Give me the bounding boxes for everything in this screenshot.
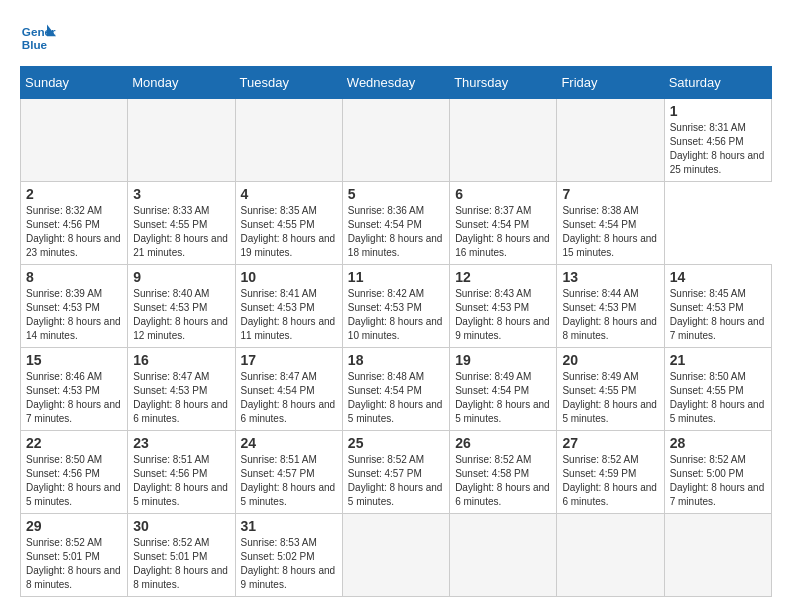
calendar-cell — [557, 514, 664, 597]
day-number: 3 — [133, 186, 229, 202]
day-info: Sunrise: 8:44 AMSunset: 4:53 PMDaylight:… — [562, 288, 657, 341]
day-info: Sunrise: 8:49 AMSunset: 4:54 PMDaylight:… — [455, 371, 550, 424]
calendar-cell — [342, 514, 449, 597]
day-info: Sunrise: 8:47 AMSunset: 4:53 PMDaylight:… — [133, 371, 228, 424]
calendar-cell: 28 Sunrise: 8:52 AMSunset: 5:00 PMDaylig… — [664, 431, 771, 514]
day-info: Sunrise: 8:53 AMSunset: 5:02 PMDaylight:… — [241, 537, 336, 590]
calendar-cell: 18 Sunrise: 8:48 AMSunset: 4:54 PMDaylig… — [342, 348, 449, 431]
calendar-cell: 12 Sunrise: 8:43 AMSunset: 4:53 PMDaylig… — [450, 265, 557, 348]
calendar-week-row: 29 Sunrise: 8:52 AMSunset: 5:01 PMDaylig… — [21, 514, 772, 597]
calendar-cell: 22 Sunrise: 8:50 AMSunset: 4:56 PMDaylig… — [21, 431, 128, 514]
calendar-cell: 23 Sunrise: 8:51 AMSunset: 4:56 PMDaylig… — [128, 431, 235, 514]
day-info: Sunrise: 8:40 AMSunset: 4:53 PMDaylight:… — [133, 288, 228, 341]
day-number: 26 — [455, 435, 551, 451]
calendar-cell — [664, 514, 771, 597]
day-number: 18 — [348, 352, 444, 368]
day-info: Sunrise: 8:50 AMSunset: 4:56 PMDaylight:… — [26, 454, 121, 507]
day-number: 17 — [241, 352, 337, 368]
day-number: 12 — [455, 269, 551, 285]
calendar-week-row: 1 Sunrise: 8:31 AMSunset: 4:56 PMDayligh… — [21, 99, 772, 182]
day-number: 13 — [562, 269, 658, 285]
day-info: Sunrise: 8:33 AMSunset: 4:55 PMDaylight:… — [133, 205, 228, 258]
day-number: 1 — [670, 103, 766, 119]
svg-text:Blue: Blue — [22, 38, 48, 51]
day-number: 5 — [348, 186, 444, 202]
day-number: 19 — [455, 352, 551, 368]
day-info: Sunrise: 8:52 AMSunset: 5:01 PMDaylight:… — [133, 537, 228, 590]
calendar-cell: 30 Sunrise: 8:52 AMSunset: 5:01 PMDaylig… — [128, 514, 235, 597]
calendar-cell — [21, 99, 128, 182]
day-info: Sunrise: 8:51 AMSunset: 4:56 PMDaylight:… — [133, 454, 228, 507]
day-info: Sunrise: 8:45 AMSunset: 4:53 PMDaylight:… — [670, 288, 765, 341]
day-number: 20 — [562, 352, 658, 368]
col-header-sunday: Sunday — [21, 67, 128, 99]
day-number: 8 — [26, 269, 122, 285]
day-info: Sunrise: 8:52 AMSunset: 5:01 PMDaylight:… — [26, 537, 121, 590]
logo: General Blue — [20, 20, 62, 56]
calendar-week-row: 22 Sunrise: 8:50 AMSunset: 4:56 PMDaylig… — [21, 431, 772, 514]
calendar-week-row: 2 Sunrise: 8:32 AMSunset: 4:56 PMDayligh… — [21, 182, 772, 265]
calendar-cell — [450, 99, 557, 182]
calendar-cell — [235, 99, 342, 182]
day-number: 7 — [562, 186, 658, 202]
day-info: Sunrise: 8:52 AMSunset: 4:58 PMDaylight:… — [455, 454, 550, 507]
day-info: Sunrise: 8:48 AMSunset: 4:54 PMDaylight:… — [348, 371, 443, 424]
day-number: 14 — [670, 269, 766, 285]
day-number: 29 — [26, 518, 122, 534]
day-info: Sunrise: 8:39 AMSunset: 4:53 PMDaylight:… — [26, 288, 121, 341]
day-number: 28 — [670, 435, 766, 451]
calendar-cell: 13 Sunrise: 8:44 AMSunset: 4:53 PMDaylig… — [557, 265, 664, 348]
calendar-cell: 17 Sunrise: 8:47 AMSunset: 4:54 PMDaylig… — [235, 348, 342, 431]
day-number: 9 — [133, 269, 229, 285]
calendar-cell — [342, 99, 449, 182]
day-number: 21 — [670, 352, 766, 368]
calendar-cell: 5 Sunrise: 8:36 AMSunset: 4:54 PMDayligh… — [342, 182, 449, 265]
day-number: 2 — [26, 186, 122, 202]
day-info: Sunrise: 8:41 AMSunset: 4:53 PMDaylight:… — [241, 288, 336, 341]
day-number: 25 — [348, 435, 444, 451]
calendar-week-row: 8 Sunrise: 8:39 AMSunset: 4:53 PMDayligh… — [21, 265, 772, 348]
calendar-cell: 3 Sunrise: 8:33 AMSunset: 4:55 PMDayligh… — [128, 182, 235, 265]
calendar-cell: 25 Sunrise: 8:52 AMSunset: 4:57 PMDaylig… — [342, 431, 449, 514]
col-header-monday: Monday — [128, 67, 235, 99]
calendar-cell: 26 Sunrise: 8:52 AMSunset: 4:58 PMDaylig… — [450, 431, 557, 514]
calendar-header-row: SundayMondayTuesdayWednesdayThursdayFrid… — [21, 67, 772, 99]
day-number: 23 — [133, 435, 229, 451]
day-info: Sunrise: 8:35 AMSunset: 4:55 PMDaylight:… — [241, 205, 336, 258]
day-number: 27 — [562, 435, 658, 451]
calendar-cell: 2 Sunrise: 8:32 AMSunset: 4:56 PMDayligh… — [21, 182, 128, 265]
day-info: Sunrise: 8:46 AMSunset: 4:53 PMDaylight:… — [26, 371, 121, 424]
calendar-cell: 14 Sunrise: 8:45 AMSunset: 4:53 PMDaylig… — [664, 265, 771, 348]
calendar-cell: 11 Sunrise: 8:42 AMSunset: 4:53 PMDaylig… — [342, 265, 449, 348]
day-info: Sunrise: 8:31 AMSunset: 4:56 PMDaylight:… — [670, 122, 765, 175]
calendar-cell — [450, 514, 557, 597]
day-info: Sunrise: 8:32 AMSunset: 4:56 PMDaylight:… — [26, 205, 121, 258]
day-info: Sunrise: 8:52 AMSunset: 4:57 PMDaylight:… — [348, 454, 443, 507]
calendar-cell: 8 Sunrise: 8:39 AMSunset: 4:53 PMDayligh… — [21, 265, 128, 348]
calendar-cell: 16 Sunrise: 8:47 AMSunset: 4:53 PMDaylig… — [128, 348, 235, 431]
col-header-wednesday: Wednesday — [342, 67, 449, 99]
day-info: Sunrise: 8:49 AMSunset: 4:55 PMDaylight:… — [562, 371, 657, 424]
day-number: 10 — [241, 269, 337, 285]
day-number: 16 — [133, 352, 229, 368]
day-number: 30 — [133, 518, 229, 534]
day-info: Sunrise: 8:38 AMSunset: 4:54 PMDaylight:… — [562, 205, 657, 258]
logo-icon: General Blue — [20, 20, 56, 56]
day-number: 6 — [455, 186, 551, 202]
day-number: 31 — [241, 518, 337, 534]
col-header-tuesday: Tuesday — [235, 67, 342, 99]
day-number: 4 — [241, 186, 337, 202]
col-header-saturday: Saturday — [664, 67, 771, 99]
calendar-cell: 6 Sunrise: 8:37 AMSunset: 4:54 PMDayligh… — [450, 182, 557, 265]
day-number: 11 — [348, 269, 444, 285]
calendar-cell — [128, 99, 235, 182]
page-header: General Blue — [20, 20, 772, 56]
day-info: Sunrise: 8:52 AMSunset: 4:59 PMDaylight:… — [562, 454, 657, 507]
calendar-cell: 27 Sunrise: 8:52 AMSunset: 4:59 PMDaylig… — [557, 431, 664, 514]
calendar-cell: 10 Sunrise: 8:41 AMSunset: 4:53 PMDaylig… — [235, 265, 342, 348]
calendar-cell: 24 Sunrise: 8:51 AMSunset: 4:57 PMDaylig… — [235, 431, 342, 514]
day-info: Sunrise: 8:51 AMSunset: 4:57 PMDaylight:… — [241, 454, 336, 507]
calendar-cell: 21 Sunrise: 8:50 AMSunset: 4:55 PMDaylig… — [664, 348, 771, 431]
col-header-friday: Friday — [557, 67, 664, 99]
calendar-cell: 29 Sunrise: 8:52 AMSunset: 5:01 PMDaylig… — [21, 514, 128, 597]
